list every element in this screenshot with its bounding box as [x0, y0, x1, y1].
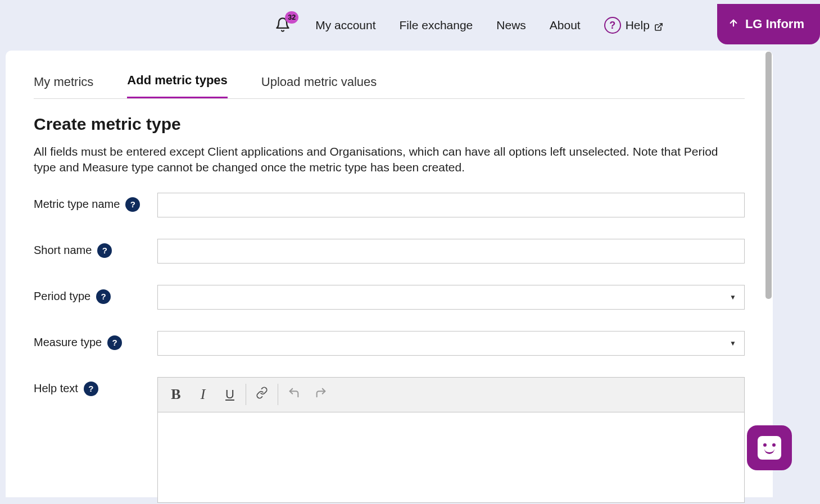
editor-link-button[interactable]	[248, 383, 275, 406]
rich-text-editor: B I U	[157, 377, 745, 503]
help-icon-metric-type-name[interactable]: ?	[125, 197, 140, 212]
editor-undo-button[interactable]	[280, 383, 307, 406]
label-measure-type: Measure type	[34, 336, 102, 349]
arrow-up-icon	[728, 17, 739, 31]
top-navigation: 32 My account File exchange News About ?…	[0, 0, 820, 51]
svg-line-0	[658, 24, 662, 28]
label-short-name: Short name	[34, 244, 92, 257]
tab-upload-metric-values[interactable]: Upload metric values	[261, 75, 377, 98]
main-panel: My metrics Add metric types Upload metri…	[6, 51, 773, 497]
nav-about[interactable]: About	[550, 19, 581, 32]
nav-help-label: Help	[626, 19, 650, 32]
tab-add-metric-types[interactable]: Add metric types	[127, 73, 228, 98]
link-icon	[256, 387, 268, 402]
editor-underline-button[interactable]: U	[216, 383, 243, 406]
tab-bar: My metrics Add metric types Upload metri…	[34, 73, 745, 99]
tab-my-metrics[interactable]: My metrics	[34, 75, 93, 98]
lg-inform-button[interactable]: LG Inform	[717, 4, 820, 44]
nav-news[interactable]: News	[496, 19, 526, 32]
notifications-badge: 32	[285, 11, 298, 24]
row-short-name: Short name ?	[34, 239, 745, 264]
undo-icon	[288, 387, 300, 402]
label-metric-type-name: Metric type name	[34, 198, 120, 211]
label-period-type: Period type	[34, 290, 90, 303]
nav-help[interactable]: ? Help	[604, 17, 663, 34]
editor-toolbar: B I U	[158, 378, 744, 412]
input-metric-type-name[interactable]	[157, 193, 745, 217]
editor-redo-button[interactable]	[307, 383, 334, 406]
page-title: Create metric type	[34, 115, 745, 134]
external-link-icon	[654, 21, 663, 30]
row-metric-type-name: Metric type name ?	[34, 193, 745, 217]
row-help-text: Help text ? B I U	[34, 377, 745, 503]
input-short-name[interactable]	[157, 239, 745, 264]
page-description: All fields must be entered except Client…	[34, 144, 736, 176]
editor-bold-button[interactable]: B	[162, 383, 189, 406]
notifications-button[interactable]: 32	[275, 17, 292, 34]
toolbar-separator	[278, 384, 278, 405]
help-circle-icon: ?	[604, 17, 621, 34]
nav-my-account[interactable]: My account	[315, 19, 375, 32]
help-icon-help-text[interactable]: ?	[84, 382, 98, 396]
row-period-type: Period type ? ▼	[34, 285, 745, 310]
select-period-type[interactable]: ▼	[157, 285, 745, 310]
chat-widget-button[interactable]	[747, 425, 792, 470]
label-help-text: Help text	[34, 382, 78, 395]
vertical-scrollbar[interactable]	[765, 52, 772, 299]
toolbar-separator	[246, 384, 246, 405]
row-measure-type: Measure type ? ▼	[34, 331, 745, 356]
nav-file-exchange[interactable]: File exchange	[400, 19, 473, 32]
editor-textarea[interactable]	[158, 412, 744, 502]
editor-italic-button[interactable]: I	[189, 383, 216, 406]
help-icon-period-type[interactable]: ?	[96, 289, 111, 304]
select-measure-type[interactable]: ▼	[157, 331, 745, 356]
redo-icon	[315, 387, 327, 402]
nav-items: 32 My account File exchange News About ?…	[275, 17, 663, 34]
help-icon-short-name[interactable]: ?	[97, 243, 112, 258]
lg-inform-label: LG Inform	[745, 17, 804, 31]
chevron-down-icon: ▼	[730, 339, 736, 347]
help-icon-measure-type[interactable]: ?	[107, 335, 122, 350]
chat-face-icon	[758, 436, 781, 460]
chevron-down-icon: ▼	[730, 293, 736, 301]
create-metric-form: Metric type name ? Short name ? Peri	[34, 193, 745, 503]
bell-icon	[275, 25, 291, 34]
